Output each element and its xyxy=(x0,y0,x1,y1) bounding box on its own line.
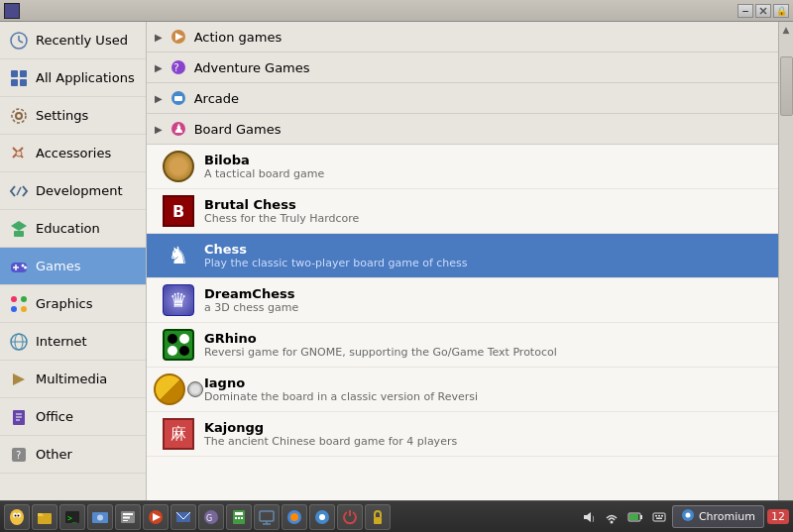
recently-used-icon xyxy=(8,30,30,52)
biloba-info: Biloba A tactical board game xyxy=(204,153,324,180)
development-icon xyxy=(8,180,30,202)
app-iagno[interactable]: Iagno Dominate the board in a classic ve… xyxy=(147,368,778,412)
board-games-label: Board Games xyxy=(194,122,282,137)
svg-rect-68 xyxy=(241,517,243,519)
taskbar-shutdown-icon[interactable] xyxy=(337,504,363,530)
internet-label: Internet xyxy=(36,334,87,349)
svg-text:?: ? xyxy=(173,61,179,74)
taskbar-screenshot-icon[interactable] xyxy=(87,504,113,530)
sidebar-item-other[interactable]: ? Other xyxy=(0,436,146,474)
app-kajongg[interactable]: 麻 Kajongg The ancient Chinese board game… xyxy=(147,412,778,457)
app-brutal-chess[interactable]: B Brutal Chess Chess for the Truly Hardc… xyxy=(147,189,778,234)
taskbar-settings-icon[interactable] xyxy=(115,504,141,530)
recently-used-label: Recently Used xyxy=(36,33,128,48)
svg-rect-69 xyxy=(260,511,274,521)
settings-label: Settings xyxy=(36,108,88,123)
adventure-games-label: Adventure Games xyxy=(194,60,310,75)
close-icon[interactable] xyxy=(755,4,771,18)
taskbar-files-icon[interactable] xyxy=(32,504,57,530)
board-games-icon: ♟ xyxy=(169,119,188,139)
taskbar-firefox-icon[interactable] xyxy=(282,504,307,530)
taskbar-calc-icon[interactable] xyxy=(226,504,252,530)
taskbar-media-icon[interactable] xyxy=(143,504,169,530)
taskbar-network-tray-icon[interactable] xyxy=(602,510,622,524)
taskbar-tray: ) xyxy=(579,505,789,528)
taskbar-keyboard-icon[interactable] xyxy=(649,510,669,524)
grhino-info: GRhino Reversi game for GNOME, supportin… xyxy=(204,331,557,359)
taskbar-email-icon[interactable] xyxy=(170,504,196,530)
taskbar-chromium-icon[interactable] xyxy=(309,504,335,530)
sidebar-item-accessories[interactable]: Accessories xyxy=(0,135,146,172)
category-board-games[interactable]: ▶ ♟ Board Games xyxy=(147,114,778,145)
taskbar-terminal-icon[interactable]: >_ xyxy=(59,504,85,530)
sidebar-item-internet[interactable]: Internet xyxy=(0,323,146,361)
app-icon xyxy=(4,3,20,19)
taskbar-lock-icon[interactable] xyxy=(365,504,391,530)
biloba-desc: A tactical board game xyxy=(204,167,324,180)
app-grhino[interactable]: GRhino Reversi game for GNOME, supportin… xyxy=(147,323,778,368)
education-icon xyxy=(8,218,30,240)
sidebar-item-education[interactable]: Education xyxy=(0,210,146,248)
svg-rect-57 xyxy=(123,516,130,518)
taskbar-linux-icon[interactable] xyxy=(4,504,30,530)
taskbar-chromium-window[interactable]: Chromium xyxy=(672,505,764,528)
taskbar-volume-icon[interactable]: ) xyxy=(579,510,599,524)
category-action-games[interactable]: ▶ Action games xyxy=(147,22,778,53)
accessories-icon xyxy=(8,143,30,164)
brutal-chess-name: Brutal Chess xyxy=(204,197,359,212)
svg-point-10 xyxy=(12,109,26,123)
app-chess[interactable]: ♞ Chess Play the classic two-player boar… xyxy=(147,234,778,278)
sidebar-item-office[interactable]: Office xyxy=(0,398,146,436)
category-adventure-games[interactable]: ▶ ? Adventure Games xyxy=(147,53,778,83)
accessories-label: Accessories xyxy=(36,146,111,160)
graphics-label: Graphics xyxy=(36,296,92,311)
svg-rect-58 xyxy=(123,520,128,521)
minimize-button[interactable]: − xyxy=(737,4,753,18)
taskbar-network-icon[interactable] xyxy=(254,504,280,530)
taskbar-battery-icon[interactable] xyxy=(624,511,646,523)
taskbar-gimp-icon[interactable]: G xyxy=(198,504,224,530)
svg-line-14 xyxy=(17,187,21,195)
grhino-name: GRhino xyxy=(204,331,557,346)
svg-point-25 xyxy=(21,306,27,312)
dreamchess-name: DreamChess xyxy=(204,286,298,301)
multimedia-icon xyxy=(8,369,30,390)
sidebar-item-all-applications[interactable]: All Applications xyxy=(0,59,146,97)
arrow-icon: ▶ xyxy=(155,124,163,135)
main-container: Recently Used All Applications Setting xyxy=(0,22,793,510)
app-biloba[interactable]: Biloba A tactical board game xyxy=(147,145,778,189)
dreamchess-icon: ♛ xyxy=(163,284,194,316)
arrow-icon: ▶ xyxy=(155,93,163,104)
sidebar-item-development[interactable]: Development xyxy=(0,172,146,210)
sidebar-item-settings[interactable]: Settings xyxy=(0,97,146,135)
category-arcade[interactable]: ▶ Arcade xyxy=(147,83,778,114)
biloba-icon xyxy=(163,151,194,182)
svg-point-22 xyxy=(11,296,17,302)
other-icon: ? xyxy=(8,444,30,466)
scroll-up-button[interactable]: ▲ xyxy=(783,22,790,37)
svg-rect-83 xyxy=(629,514,638,520)
app-dreamchess[interactable]: ♛ DreamChess a 3D chess game xyxy=(147,278,778,323)
scrollbar[interactable]: ▲ ▼ xyxy=(778,22,793,510)
sidebar-item-games[interactable]: Games xyxy=(0,248,146,285)
biloba-name: Biloba xyxy=(204,153,324,167)
all-applications-icon xyxy=(8,67,30,89)
lock-icon[interactable]: 🔒 xyxy=(773,4,789,18)
svg-point-23 xyxy=(21,296,27,302)
svg-rect-84 xyxy=(653,513,665,521)
sidebar-item-recently-used[interactable]: Recently Used xyxy=(0,22,146,59)
content-wrapper: ▶ Action games ▶ ? Adventure Ga xyxy=(147,22,793,510)
arcade-icon xyxy=(169,88,188,108)
svg-marker-78 xyxy=(584,512,591,522)
svg-rect-85 xyxy=(655,515,657,517)
scroll-thumb[interactable] xyxy=(780,56,793,116)
svg-rect-7 xyxy=(11,79,18,86)
svg-point-20 xyxy=(22,264,25,266)
chess-name: Chess xyxy=(204,242,468,257)
sidebar-item-multimedia[interactable]: Multimedia xyxy=(0,361,146,398)
sidebar-item-graphics[interactable]: Graphics xyxy=(0,285,146,323)
svg-text:>_: >_ xyxy=(67,514,77,523)
titlebar-left xyxy=(4,3,20,19)
svg-rect-8 xyxy=(20,79,27,86)
svg-marker-15 xyxy=(11,221,27,231)
